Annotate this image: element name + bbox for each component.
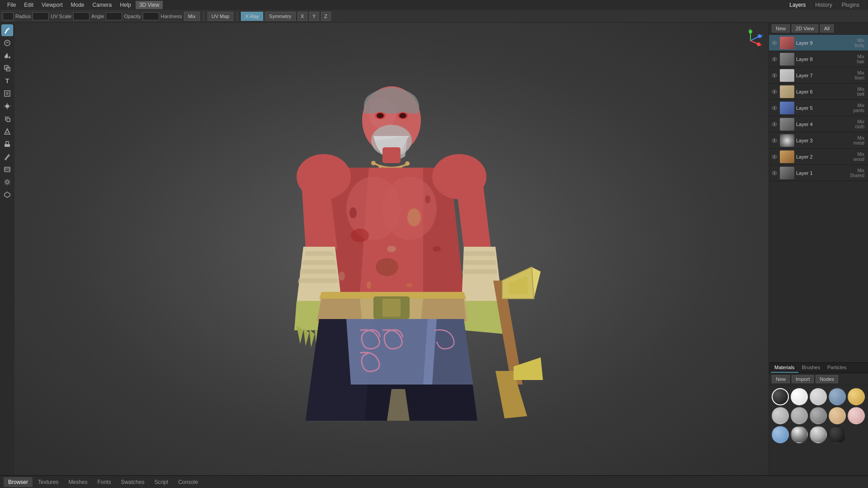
materials-section: Materials Brushes Particles New Import N… — [769, 362, 868, 475]
bottom-tab-meshes[interactable]: Meshes — [64, 477, 92, 487]
z-btn[interactable]: Z — [321, 12, 331, 21]
layer-name-6: Layer 3 — [796, 138, 854, 143]
smooth-tool-btn[interactable] — [1, 37, 13, 49]
svg-point-67 — [774, 75, 775, 76]
text-tool-btn[interactable]: T — [1, 75, 13, 87]
layers-toolbar: New 2D View All — [769, 23, 868, 35]
layer-row-3[interactable]: Layer 6 Mix belt — [769, 84, 868, 100]
angle-input[interactable]: 1 — [106, 12, 122, 20]
y-btn[interactable]: Y — [309, 12, 319, 21]
settings-tool-btn[interactable] — [1, 176, 13, 188]
symmetry-btn[interactable]: Symmetry — [265, 12, 296, 21]
fill-tool-btn[interactable] — [1, 50, 13, 61]
layer-name-7: Layer 2 — [796, 154, 854, 160]
material-swatch-5[interactable] — [772, 407, 789, 424]
morph-tool-btn[interactable] — [1, 126, 13, 137]
tab-brushes[interactable]: Brushes — [798, 363, 824, 373]
tab-materials[interactable]: Materials — [771, 363, 798, 373]
radius-input[interactable]: 1 — [33, 12, 49, 20]
menu-3dview[interactable]: 3D View — [136, 1, 163, 9]
tab-plugins[interactable]: Plugins — [837, 1, 864, 9]
material-swatch-6[interactable] — [791, 407, 808, 424]
layer-row-7[interactable]: Layer 2 Mix wood — [769, 149, 868, 165]
bottom-tab-browser[interactable]: Browser — [4, 477, 33, 487]
extra-tool-btn[interactable] — [1, 189, 13, 201]
materials-import-btn[interactable]: Import — [792, 375, 814, 383]
material-swatch-3[interactable] — [829, 388, 846, 405]
viewport[interactable]: Z X Y — [14, 23, 769, 475]
layers-2dview-btn[interactable]: 2D View — [792, 24, 818, 33]
bake-tool-btn[interactable] — [1, 164, 13, 175]
bottom-tab-textures[interactable]: Textures — [33, 477, 63, 487]
bottom-tab-fonts[interactable]: Fonts — [93, 477, 115, 487]
material-swatch-11[interactable] — [791, 426, 808, 443]
layers-new-btn[interactable]: New — [772, 24, 790, 33]
axis-widget[interactable]: Z X Y — [737, 27, 764, 54]
material-swatch-7[interactable] — [810, 407, 827, 424]
bottom-tab-swatches[interactable]: Swatches — [116, 477, 149, 487]
layer-eye-8[interactable] — [771, 169, 778, 177]
right-panel: New 2D View All Layer 9 Mix body — [769, 23, 868, 475]
clone-tool-btn[interactable] — [1, 62, 13, 74]
svg-rect-27 — [382, 147, 401, 163]
menu-mode[interactable]: Mode — [67, 1, 88, 9]
tab-history[interactable]: History — [811, 1, 837, 9]
layer-eye-2[interactable] — [771, 72, 778, 79]
layer-eye-3[interactable] — [771, 88, 778, 95]
material-swatch-4[interactable] — [848, 388, 865, 405]
layer-thumb-0 — [780, 37, 794, 49]
bottom-tab-script[interactable]: Script — [150, 477, 173, 487]
svg-point-75 — [774, 140, 775, 141]
material-swatch-13[interactable] — [829, 426, 846, 443]
xray-btn[interactable]: X-Ray — [241, 12, 263, 21]
layer-row-0[interactable]: Layer 9 Mix body — [769, 35, 868, 51]
material-swatch-10[interactable] — [772, 426, 789, 443]
bottom-tab-console[interactable]: Console — [174, 477, 203, 487]
light-tool-btn[interactable] — [1, 100, 13, 112]
tab-layers[interactable]: Layers — [785, 1, 811, 9]
layer-thumb-8 — [780, 167, 794, 179]
layer-eye-7[interactable] — [771, 153, 778, 160]
layer-eye-0[interactable] — [771, 39, 778, 47]
layer-row-8[interactable]: Layer 1 Mix Shared — [769, 165, 868, 181]
stamp-tool-btn[interactable] — [1, 138, 13, 150]
tab-particles[interactable]: Particles — [824, 363, 850, 373]
transform-tool-btn[interactable] — [1, 113, 13, 125]
material-swatch-8[interactable] — [829, 407, 846, 424]
hardness-mix-btn[interactable]: Mix — [184, 12, 200, 21]
material-swatch-2[interactable] — [810, 388, 827, 405]
material-swatch-1[interactable] — [791, 388, 808, 405]
sep2 — [237, 12, 237, 21]
brush-number-input[interactable]: 1 — [3, 12, 14, 20]
pen-tool-btn[interactable] — [1, 151, 13, 163]
layer-sub-0: body — [854, 43, 864, 48]
layer-eye-5[interactable] — [771, 121, 778, 128]
material-swatch-0[interactable] — [772, 388, 789, 405]
layer-row-6[interactable]: Layer 3 Mix metal — [769, 132, 868, 149]
layer-row-4[interactable]: Layer 5 Mix pants — [769, 100, 868, 116]
menu-help[interactable]: Help — [116, 1, 135, 9]
paint-tool-btn[interactable] — [1, 24, 13, 36]
material-swatch-12[interactable] — [810, 426, 827, 443]
layer-row-2[interactable]: Layer 7 Mix linen — [769, 67, 868, 84]
character-container — [14, 23, 769, 475]
menu-edit[interactable]: Edit — [20, 1, 37, 9]
material-swatch-9[interactable] — [848, 407, 865, 424]
layer-eye-1[interactable] — [771, 56, 778, 63]
uv-scale-input[interactable]: 0 — [73, 12, 90, 20]
uv-map-btn[interactable]: UV Map — [208, 12, 234, 21]
layers-all-btn[interactable]: All — [820, 24, 834, 33]
menu-file[interactable]: File — [4, 1, 19, 9]
opacity-input[interactable]: 0.8 — [143, 12, 159, 20]
layer-eye-4[interactable] — [771, 104, 778, 112]
menu-camera[interactable]: Camera — [89, 1, 116, 9]
menu-viewport[interactable]: Viewport — [38, 1, 66, 9]
x-btn[interactable]: X — [297, 12, 307, 21]
layer-row-1[interactable]: Layer 8 Mix hair — [769, 51, 868, 67]
sep1 — [203, 12, 204, 21]
materials-nodes-btn[interactable]: Nodes — [816, 375, 838, 383]
materials-new-btn[interactable]: New — [772, 375, 790, 383]
layer-eye-6[interactable] — [771, 137, 778, 144]
projection-tool-btn[interactable] — [1, 88, 13, 99]
layer-row-5[interactable]: Layer 4 Mix cloth — [769, 116, 868, 132]
